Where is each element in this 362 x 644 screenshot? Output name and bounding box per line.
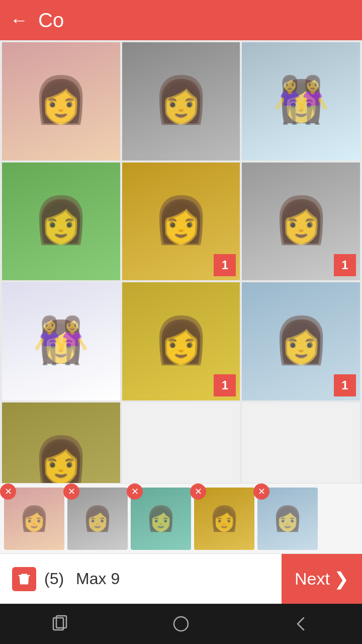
photo-badge-6: 1 [334,254,356,276]
next-button[interactable]: Next ❯ [282,554,362,604]
nav-home-button[interactable] [166,609,196,639]
photo-image-4: 👩 [2,163,120,281]
photo-cell-5[interactable]: 👩 1 [122,163,240,281]
photo-cell-1[interactable]: 👩 [2,42,120,160]
remove-thumb-1-button[interactable]: ✕ [0,484,16,500]
toolbar-left: (5) Max 9 [0,567,282,591]
selected-thumb-1[interactable]: 👩 ✕ [4,488,64,550]
photo-cell-4[interactable]: 👩 [2,163,120,281]
photo-badge-5: 1 [214,254,236,276]
photo-cell-9[interactable]: 👩 1 [242,282,360,400]
remove-thumb-2-button[interactable]: ✕ [63,484,79,500]
photo-image-1: 👩 [2,42,120,160]
system-nav-bar [0,604,362,644]
bottom-combined: 👩 ✕ 👩 ✕ 👩 ✕ 👩 ✕ 👩 ✕ [0,483,362,604]
photo-image-3: 👭 [242,42,360,160]
page-title: Co [38,9,64,32]
photo-badge-8: 1 [214,374,236,396]
photo-cell-7[interactable]: 👭 [2,282,120,400]
nav-back-button[interactable] [287,609,317,639]
photo-cell-6[interactable]: 👩 1 [242,163,360,281]
max-label: Max 9 [76,570,120,588]
selected-thumb-3[interactable]: 👩 ✕ [131,488,191,550]
selection-count: (5) [44,570,64,588]
selected-thumb-5[interactable]: 👩 ✕ [257,488,318,550]
header: ← Co [0,0,362,40]
next-label: Next [295,569,330,589]
photo-cell-8[interactable]: 👩 1 [122,282,240,400]
nav-recents-button[interactable] [45,609,75,639]
selected-thumb-4[interactable]: 👩 ✕ [194,488,254,550]
selected-thumbs-row: 👩 ✕ 👩 ✕ 👩 ✕ 👩 ✕ 👩 ✕ [0,483,362,553]
selected-thumb-2[interactable]: 👩 ✕ [67,488,128,550]
remove-thumb-4-button[interactable]: ✕ [190,484,206,500]
remove-thumb-3-button[interactable]: ✕ [127,484,143,500]
photo-image-7: 👭 [2,282,120,400]
trash-button[interactable] [12,567,36,591]
photo-cell-3[interactable]: 👭 [242,42,360,160]
remove-thumb-5-button[interactable]: ✕ [253,484,269,500]
next-chevron-icon: ❯ [334,569,349,590]
photo-image-2: 👩 [122,42,240,160]
svg-point-3 [174,617,188,631]
photo-badge-9: 1 [334,374,356,396]
toolbar-row: (5) Max 9 Next ❯ [0,553,362,604]
back-button[interactable]: ← [10,11,28,29]
photo-cell-2[interactable]: 👩 [122,42,240,160]
